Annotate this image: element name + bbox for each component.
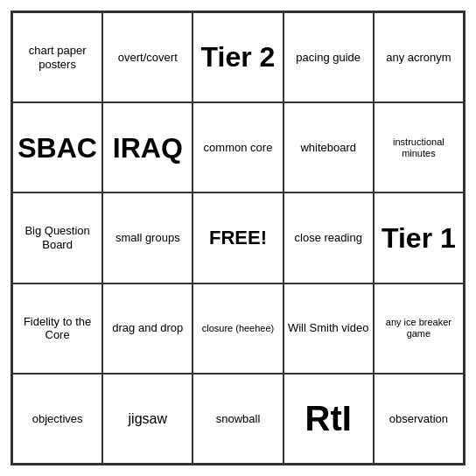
- bingo-cell-1: overt/covert: [102, 12, 192, 102]
- bingo-cell-13: close reading: [284, 192, 374, 283]
- cell-text-13: close reading: [295, 231, 362, 245]
- cell-text-0: chart paper posters: [17, 44, 98, 71]
- bingo-cell-12: FREE!: [192, 192, 283, 283]
- bingo-cell-11: small groups: [102, 192, 192, 283]
- bingo-cell-19: any ice breaker game: [374, 284, 464, 374]
- bingo-cell-22: snowball: [192, 374, 283, 464]
- cell-text-17: closure (heehee): [202, 323, 275, 334]
- cell-text-9: instructional minutes: [378, 136, 459, 159]
- bingo-cell-7: common core: [192, 102, 283, 192]
- bingo-cell-23: RtI: [284, 374, 374, 464]
- bingo-cell-9: instructional minutes: [374, 102, 464, 192]
- cell-text-14: Tier 1: [382, 221, 456, 255]
- bingo-cell-3: pacing guide: [284, 12, 374, 102]
- cell-text-6: IRAQ: [113, 131, 183, 164]
- bingo-cell-15: Fidelity to the Core: [12, 284, 102, 374]
- cell-text-3: pacing guide: [296, 51, 360, 65]
- cell-text-7: common core: [204, 141, 273, 155]
- cell-text-5: SBAC: [18, 131, 97, 164]
- bingo-cell-6: IRAQ: [102, 102, 192, 192]
- bingo-cell-17: closure (heehee): [192, 284, 283, 374]
- cell-text-18: Will Smith video: [288, 321, 368, 335]
- cell-text-16: drag and drop: [112, 321, 183, 335]
- cell-text-2: Tier 2: [201, 40, 276, 74]
- cell-text-24: observation: [389, 412, 448, 426]
- bingo-cell-4: any acronym: [374, 12, 464, 102]
- bingo-cell-20: objectives: [12, 374, 102, 464]
- bingo-cell-16: drag and drop: [102, 284, 192, 374]
- cell-text-4: any acronym: [386, 51, 451, 65]
- cell-text-1: overt/covert: [118, 51, 178, 65]
- cell-text-11: small groups: [116, 231, 180, 245]
- cell-text-22: snowball: [216, 412, 261, 426]
- bingo-cell-10: Big Question Board: [12, 192, 102, 283]
- cell-text-21: jigsaw: [129, 410, 167, 427]
- bingo-board: chart paper postersovert/covertTier 2pac…: [10, 10, 466, 466]
- cell-text-10: Big Question Board: [17, 224, 98, 251]
- cell-text-23: RtI: [305, 397, 352, 439]
- cell-text-19: any ice breaker game: [378, 317, 459, 340]
- bingo-cell-24: observation: [374, 374, 464, 464]
- cell-text-12: FREE!: [209, 227, 267, 249]
- bingo-cell-18: Will Smith video: [284, 284, 374, 374]
- bingo-cell-14: Tier 1: [374, 192, 464, 283]
- cell-text-20: objectives: [32, 412, 83, 426]
- bingo-cell-0: chart paper posters: [12, 12, 102, 102]
- bingo-cell-8: whiteboard: [284, 102, 374, 192]
- cell-text-8: whiteboard: [300, 141, 356, 155]
- bingo-cell-2: Tier 2: [192, 12, 283, 102]
- cell-text-15: Fidelity to the Core: [17, 315, 98, 342]
- bingo-cell-5: SBAC: [12, 102, 102, 192]
- bingo-cell-21: jigsaw: [102, 374, 192, 464]
